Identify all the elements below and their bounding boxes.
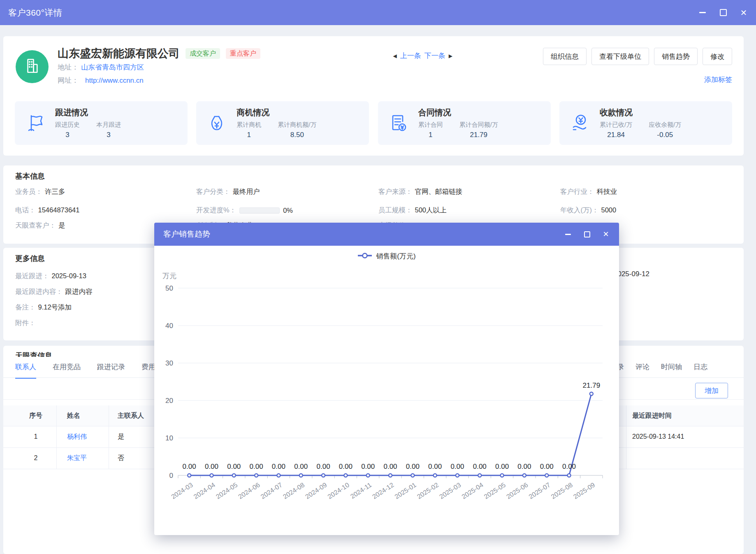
payment-stat-card: 收款情况 累计已收/万21.84 应收余额/万-0.05 — [559, 101, 732, 145]
svg-text:0.00: 0.00 — [227, 463, 241, 470]
stat-title: 收款情况 — [600, 107, 681, 118]
tab-followup-records[interactable]: 跟进记录 — [97, 362, 125, 379]
svg-text:2025-06: 2025-06 — [505, 481, 529, 500]
add-contact-button[interactable]: 增加 — [695, 383, 728, 398]
next-arrow-icon[interactable]: ▶ — [449, 53, 452, 59]
field-last-followup-content: 最近跟进内容：跟进内容 — [15, 287, 93, 296]
add-tag-link[interactable]: 添加标签 — [704, 75, 732, 84]
field-customer-source: 客户来源：官网、邮箱链接 — [378, 187, 462, 196]
building-icon — [23, 57, 41, 76]
svg-text:2024-06: 2024-06 — [237, 481, 261, 500]
cell-primary: 是 — [118, 426, 124, 447]
cell-name: 朱宝平 — [67, 447, 87, 469]
tab-contacts[interactable]: 联系人 — [15, 362, 36, 379]
table-vline — [626, 405, 626, 469]
stat-value: 3 — [65, 131, 69, 139]
svg-text:0.00: 0.00 — [517, 463, 531, 470]
moneybag-icon — [207, 113, 227, 133]
next-record-link[interactable]: 下一条 — [424, 51, 445, 61]
field-annual-income: 年收入(万)：5000 — [560, 206, 616, 215]
table-vline — [109, 405, 109, 469]
prev-record-link[interactable]: 上一条 — [400, 51, 421, 61]
svg-text:0.00: 0.00 — [540, 463, 554, 470]
field-attachment: 附件： — [15, 319, 38, 328]
prev-arrow-icon[interactable]: ◀ — [393, 53, 397, 59]
clipped-section-header: 天眼查信息 — [15, 351, 52, 357]
svg-text:2024-05: 2024-05 — [215, 481, 239, 500]
col-name-header: 姓名 — [67, 405, 80, 426]
svg-text:0.00: 0.00 — [361, 463, 375, 470]
svg-text:0.00: 0.00 — [272, 463, 285, 470]
contact-name-link[interactable]: 杨利伟 — [67, 433, 87, 441]
svg-text:2025-09: 2025-09 — [572, 481, 596, 500]
address-link[interactable]: 山东省青岛市四方区 — [81, 63, 144, 71]
svg-text:2025-08: 2025-08 — [550, 481, 574, 500]
stat-label: 应收余额/万 — [649, 121, 681, 129]
stat-value: -0.05 — [657, 131, 673, 139]
cell-name: 杨利伟 — [67, 426, 87, 447]
stat-title: 商机情况 — [237, 107, 316, 118]
modal-maximize-icon[interactable] — [583, 230, 591, 238]
stat-label: 累计商机 — [237, 121, 261, 129]
website-link[interactable]: http://www.ccnn.cn — [85, 77, 144, 84]
company-avatar — [16, 50, 49, 83]
modal-titlebar: 客户销售趋势 ✕ — [154, 223, 619, 246]
cell-lastfollow: 2025-09-13 14:41 — [632, 426, 684, 447]
header-buttons: 组织信息 查看下级单位 销售趋势 修改 — [543, 48, 732, 65]
stat-value: 21.84 — [607, 131, 625, 139]
opportunity-stat-card: 商机情况 累计商机1 累计商机额/万8.50 — [196, 101, 369, 145]
modal-minimize-icon[interactable] — [564, 230, 572, 238]
stat-label: 跟进历史 — [55, 121, 80, 129]
svg-text:50: 50 — [165, 284, 173, 292]
stat-label: 累计合同 — [418, 121, 443, 129]
sales-trend-button[interactable]: 销售趋势 — [654, 48, 698, 65]
tab-timeline[interactable]: 时间轴 — [661, 362, 682, 377]
svg-text:0.00: 0.00 — [250, 463, 263, 470]
svg-text:0.00: 0.00 — [294, 463, 308, 470]
edit-button[interactable]: 修改 — [703, 48, 732, 65]
tab-expenses[interactable]: 费用 — [141, 362, 155, 379]
stat-label: 累计商机额/万 — [278, 121, 316, 129]
cell-index: 1 — [15, 426, 56, 447]
close-icon[interactable]: ✕ — [740, 9, 748, 17]
cell-primary: 否 — [118, 447, 124, 469]
tab-comments[interactable]: 评论 — [635, 362, 649, 377]
company-name: 山东盛宏新能源有限公司 — [58, 46, 180, 61]
modal-close-icon[interactable]: ✕ — [602, 230, 610, 238]
window-controls: ✕ — [698, 9, 748, 17]
svg-text:0.00: 0.00 — [562, 463, 576, 470]
svg-text:2024-12: 2024-12 — [371, 481, 395, 500]
svg-text:0: 0 — [169, 472, 173, 480]
contact-name-link[interactable]: 朱宝平 — [67, 454, 87, 463]
svg-text:2024-08: 2024-08 — [282, 481, 306, 500]
progress-bar — [239, 207, 280, 214]
minimize-icon[interactable] — [698, 9, 707, 17]
svg-text:20: 20 — [165, 397, 173, 405]
col-index-header: 序号 — [15, 405, 56, 426]
stat-label: 本月跟进 — [96, 121, 121, 129]
tab-logs[interactable]: 日志 — [693, 362, 707, 377]
svg-text:40: 40 — [165, 322, 173, 330]
stat-value: 21.79 — [470, 131, 487, 139]
tab-competing-products[interactable]: 在用竞品 — [53, 362, 81, 379]
detail-tabs-right: 录 评论 时间轴 日志 — [617, 362, 707, 377]
svg-text:2024-09: 2024-09 — [304, 481, 328, 500]
stat-value: 1 — [247, 131, 251, 139]
detail-tabs: 联系人 在用竞品 跟进记录 费用 — [15, 362, 155, 379]
right-column-date: 2025-09-12 — [614, 270, 649, 278]
view-subunits-button[interactable]: 查看下级单位 — [591, 48, 649, 65]
stat-label: 累计已收/万 — [600, 121, 632, 129]
svg-text:0.00: 0.00 — [428, 463, 442, 470]
stat-title: 合同情况 — [418, 107, 498, 118]
svg-text:2025-01: 2025-01 — [393, 481, 417, 500]
stat-value: 3 — [107, 131, 110, 139]
svg-text:0.00: 0.00 — [205, 463, 218, 470]
svg-text:2025-04: 2025-04 — [460, 481, 485, 500]
svg-text:0.00: 0.00 — [383, 463, 397, 470]
followup-stat-card: 跟进情况 跟进历史3 本月跟进3 — [15, 101, 188, 145]
field-phone: 电话：15464873641 — [15, 206, 79, 215]
org-info-button[interactable]: 组织信息 — [543, 48, 587, 65]
collection-icon — [570, 113, 590, 133]
maximize-icon[interactable] — [719, 9, 727, 17]
svg-text:2024-11: 2024-11 — [349, 481, 373, 500]
